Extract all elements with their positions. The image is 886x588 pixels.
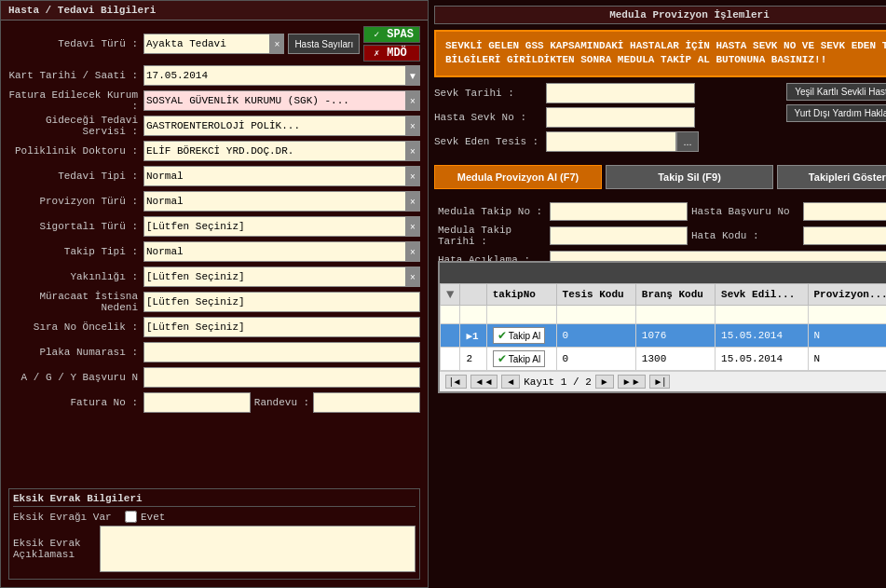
page-next-button[interactable]: ► [595, 375, 614, 389]
medula-provizyon-button[interactable]: Medula Provizyon Al (F7) [434, 165, 602, 189]
takip-tipi-select[interactable]: Normal [143, 241, 420, 262]
sevk-tesis-browse-button[interactable]: ... [676, 131, 699, 152]
table-row[interactable]: 2 ✔ Takip Al 0 1300 15.05.2014 N 1FJ72MA [441, 348, 887, 371]
right-panel: Medula Provizyon İşlemleri SEVKLİ GELEN … [429, 0, 886, 588]
fatura-no-row: Fatura No : Randevu : [8, 391, 420, 414]
overlay-header: ✕ [440, 263, 886, 283]
tesis-row: ... [546, 131, 699, 152]
agy-row: A / G / Y Başvuru N [8, 366, 420, 389]
tedavi-turu-row: Tedavi Türü : Ayakta Tedavi × Hasta Sayı… [8, 26, 420, 62]
col-provizyon-header: Provizyon... [808, 284, 886, 306]
page-back-button[interactable]: ◄ [501, 375, 520, 389]
hasta-basvuru-no-label: Hasta Başvuru No [691, 206, 803, 217]
fatura-no-input[interactable] [143, 392, 251, 413]
page-last-button[interactable]: ►| [649, 375, 671, 389]
medula-takip-no-input[interactable] [550, 202, 688, 221]
takip-tipi-clear[interactable]: × [405, 241, 420, 262]
muracaat-select[interactable]: [Lütfen Seçiniz] [143, 292, 420, 312]
sira-no-select[interactable]: [Lütfen Seçiniz] [143, 317, 420, 337]
fatura-kurum-select[interactable]: SOSYAL GÜVENLİK KURUMU (SGK) -... [143, 90, 420, 111]
sigorta-turu-clear[interactable]: × [405, 216, 420, 237]
agy-input[interactable] [143, 367, 420, 388]
yurt-disi-button[interactable]: Yurt Dışı Yardım Haklarını Sorgula [786, 104, 886, 122]
table-empty-row [441, 306, 887, 324]
sevk-tarihi-select[interactable] [546, 83, 695, 103]
eksik-aciklama-label: Eksik Evrak Açıklaması [13, 538, 100, 560]
tedavi-turu-clear[interactable]: × [269, 34, 284, 54]
table-header-row: ▼ takipNo Tesis Kodu Branş Kodu Sevk Edi… [441, 284, 887, 306]
sira-no-wrapper: [Lütfen Seçiniz] [143, 317, 420, 337]
eksik-aciklama-textarea[interactable] [100, 526, 416, 572]
medula-takip-tarihi-input[interactable] [550, 226, 688, 245]
form-body: Tedavi Türü : Ayakta Tedavi × Hasta Sayı… [1, 21, 428, 485]
gideceki-servis-clear[interactable]: × [405, 116, 420, 136]
plaka-label: Plaka Numarası : [8, 347, 143, 358]
page-prev-button[interactable]: ◄◄ [470, 375, 498, 389]
eksik-evragi-var-label: Eksik Evrağı Var [13, 512, 125, 523]
eksik-evragi-checkbox[interactable] [125, 511, 137, 523]
col-brans-kodu-header: Branş Kodu [635, 284, 715, 306]
row-brans-kodu: 1300 [635, 348, 715, 371]
page-first-button[interactable]: |◄ [445, 375, 467, 389]
provizyon-turu-clear[interactable]: × [405, 191, 420, 212]
col-index [460, 284, 486, 306]
fatura-kurum-clear[interactable]: × [405, 90, 420, 111]
takipleri-goster-button[interactable]: Takipleri Göster (F10) [777, 165, 886, 189]
sigorta-turu-select[interactable]: [Lütfen Seçiniz] [143, 216, 420, 237]
hasta-basvuru-no-row: Hasta Başvuru No [691, 202, 886, 221]
tedavi-tipi-label: Tedavi Tipi : [8, 171, 143, 182]
randevu-label: Randevu : [254, 397, 309, 408]
yakinligi-select[interactable]: [Lütfen Seçiniz] [143, 267, 420, 287]
row-provizyon: N [808, 324, 886, 348]
yesil-karti-button[interactable]: Yeşil Kartlı Sevkli Hasta Takibi Ara [786, 83, 886, 101]
takip-al-button[interactable]: ✔ Takip Al [493, 327, 545, 344]
plaka-input[interactable] [143, 342, 420, 362]
tedavi-tipi-clear[interactable]: × [405, 166, 420, 186]
row-filter-cell [441, 324, 460, 348]
randevu-input[interactable] [313, 392, 420, 413]
col-filter: ▼ [441, 284, 460, 306]
gideceki-servis-wrapper: GASTROENTEROLOJİ POLİK... × [143, 116, 420, 136]
left-panel-title: Hasta / Tedavi Bilgileri [1, 1, 428, 21]
poliklinik-doktoru-clear[interactable]: × [405, 141, 420, 161]
hasta-sayilari-button[interactable]: Hasta Sayıları [288, 34, 360, 54]
gideceki-servis-row: Gideceği Tedavi Servisi : GASTROENTEROLO… [8, 115, 420, 137]
row-sevk-edil: 15.05.2014 [716, 324, 808, 348]
tedavi-turu-select[interactable]: Ayakta Tedavi [143, 34, 284, 54]
sigorta-turu-label: Sigortalı Türü : [8, 221, 143, 232]
takip-al-button[interactable]: ✔ Takip Al [493, 350, 545, 367]
hasta-basvuru-no-input[interactable] [803, 202, 886, 221]
spas-check-icon: ✓ [370, 28, 383, 41]
yakinligi-clear[interactable]: × [405, 267, 420, 287]
sevk-eden-tesis-input[interactable] [546, 131, 676, 152]
left-panel: Hasta / Tedavi Bilgileri Tedavi Türü : A… [0, 0, 429, 588]
medula-takip-no-row: Medula Takip No : [438, 202, 688, 221]
pagination-bar: |◄ ◄◄ ◄ Kayıt 1 / 2 ► ►► ►| [440, 371, 886, 391]
kart-tarihi-select[interactable]: 17.05.2014 [143, 65, 420, 86]
gideceki-servis-select[interactable]: GASTROENTEROLOJİ POLİK... [143, 116, 420, 136]
medula-takip-no-label: Medula Takip No : [438, 206, 550, 217]
tedavi-turu-wrapper: Ayakta Tedavi × [143, 34, 284, 54]
poliklinik-doktoru-select[interactable]: ELİF BÖREKCİ YRD.DOÇ.DR. [143, 141, 420, 161]
table-row[interactable]: ▶1 ✔ Takip Al 0 1076 15.05.2014 N 1FJPYU… [441, 324, 887, 348]
sevk-tarihi-label: Sevk Tarihi : [434, 88, 546, 99]
fatura-kurum-wrapper: SOSYAL GÜVENLİK KURUMU (SGK) -... × [143, 90, 420, 111]
sevk-tarihi-row: Sevk Tarihi : [434, 83, 771, 103]
spas-label: SPAS [387, 28, 414, 41]
hasta-sevk-no-input[interactable] [546, 107, 695, 128]
medula-takip-tarihi-row: Medula Takip Tarihi : [438, 225, 688, 247]
takip-al-icon: ✔ [498, 329, 507, 342]
takip-sil-button[interactable]: Takip Sil (F9) [606, 165, 773, 189]
medula-takip-tarihi-label: Medula Takip Tarihi : [438, 225, 550, 247]
provizyon-turu-select[interactable]: Normal [143, 191, 420, 212]
mdo-label: MDÖ [387, 47, 407, 60]
mdo-badge[interactable]: ✗ MDÖ [363, 45, 420, 62]
spas-badge[interactable]: ✓ SPAS [363, 26, 420, 43]
takip-tipi-label: Takip Tipi : [8, 246, 143, 257]
pagination-text: Kayıt 1 / 2 [524, 376, 592, 388]
col-sevk-edil-header: Sevk Edil... [716, 284, 808, 306]
hata-kodu-input[interactable] [803, 226, 886, 245]
kart-tarihi-clear[interactable]: ▼ [405, 65, 420, 86]
tedavi-tipi-select[interactable]: Normal [143, 166, 420, 186]
page-forward-button[interactable]: ►► [618, 375, 646, 389]
